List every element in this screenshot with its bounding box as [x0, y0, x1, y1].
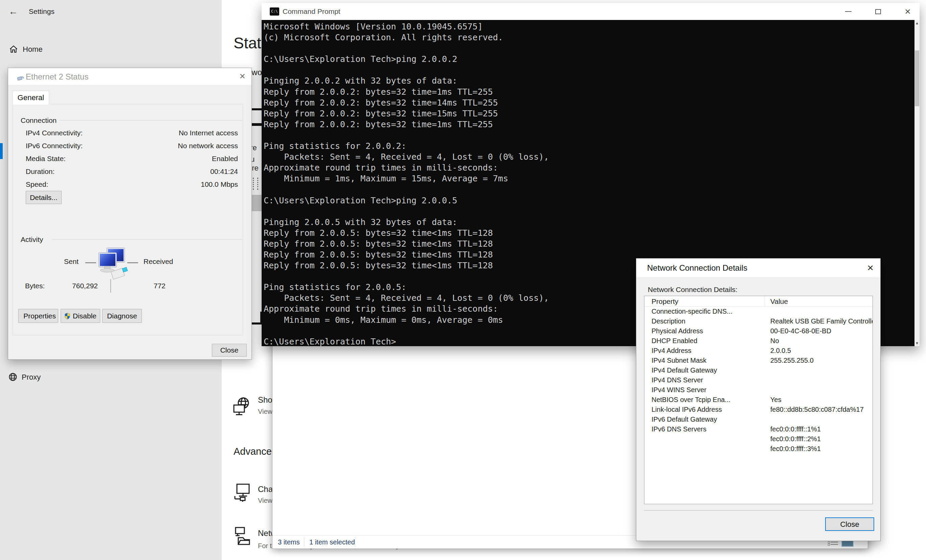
- table-row[interactable]: IPv6 Default Gateway: [645, 415, 873, 425]
- uac-shield-icon: [21, 313, 21, 319]
- dialog-titlebar[interactable]: Ethernet 2 Status ×: [8, 68, 251, 85]
- table-row[interactable]: IPv4 Address2.0.0.5: [645, 346, 873, 356]
- console-line: Ping statistics for 2.0.0.2:: [264, 141, 914, 152]
- row-value: No network access: [178, 142, 238, 150]
- home-icon: [9, 44, 18, 54]
- bytes-sent-value: 760,292: [56, 282, 98, 290]
- diagnose-button[interactable]: Diagnose: [102, 309, 142, 323]
- console-line: Reply from 2.0.0.2: bytes=32 time=15ms T…: [264, 109, 914, 120]
- table-row[interactable]: Connection-specific DNS...: [645, 307, 873, 317]
- connector-line: [85, 262, 96, 263]
- row-label: Speed:: [26, 180, 48, 188]
- back-icon[interactable]: ←: [9, 6, 18, 17]
- sidebar-item-home[interactable]: Home: [23, 45, 42, 54]
- properties-button[interactable]: Properties: [18, 309, 58, 323]
- scroll-down-icon[interactable]: ▼: [914, 340, 920, 346]
- selection-count: 1 item selected: [309, 538, 355, 546]
- focus-outline-fragment: [253, 178, 258, 190]
- table-body: Connection-specific DNS...DescriptionRea…: [645, 307, 873, 454]
- minimize-button[interactable]: [838, 3, 859, 20]
- received-label: Received: [144, 257, 173, 266]
- ethernet-status-dialog: Ethernet 2 Status × General Connection I…: [8, 68, 252, 360]
- row-value: 00:41:24: [210, 168, 238, 176]
- globe-icon: [8, 372, 18, 382]
- close-button[interactable]: ×: [897, 3, 918, 20]
- details-list-label: Network Connection Details:: [648, 286, 737, 294]
- row-label: Duration:: [26, 168, 54, 176]
- group-divider: [60, 120, 242, 121]
- console-line: Minimum = 1ms, Maximum = 15ms, Average =…: [264, 174, 914, 185]
- console-line: [264, 206, 914, 217]
- tab-general[interactable]: General: [12, 91, 49, 104]
- console-line: Pinging 2.0.0.2 with 32 bytes of data:: [264, 76, 914, 86]
- table-row[interactable]: NetBIOS over Tcpip Ena...Yes: [645, 395, 873, 405]
- sidebar-item-proxy[interactable]: Proxy: [22, 373, 41, 382]
- close-icon[interactable]: ×: [239, 70, 245, 82]
- table-row[interactable]: fec0:0:0:ffff::2%1: [645, 434, 873, 444]
- table-row[interactable]: DHCP EnabledNo: [645, 336, 873, 346]
- console-line: Pinging 2.0.0.5 with 32 bytes of data:: [264, 217, 914, 228]
- row-label: Media State:: [26, 154, 66, 163]
- console-line: [264, 185, 914, 195]
- uac-shield-icon: [64, 313, 70, 319]
- details-button[interactable]: Details...: [26, 191, 62, 204]
- table-row[interactable]: fec0:0:0:ffff::3%1: [645, 444, 873, 454]
- activity-group-label: Activity: [21, 236, 43, 244]
- status-separator: [304, 537, 304, 547]
- table-row[interactable]: Link-local IPv6 Addressfe80::dd8b:5c80:c…: [645, 405, 873, 415]
- disable-button[interactable]: Disable: [61, 309, 100, 323]
- console-line: Approximate round trip times in milli-se…: [264, 163, 914, 174]
- console-line: (c) Microsoft Corporation. All rights re…: [264, 32, 914, 43]
- maximize-button[interactable]: [867, 3, 888, 20]
- table-row[interactable]: IPv4 WINS Server: [645, 385, 873, 395]
- scroll-thumb[interactable]: [915, 50, 919, 106]
- row-value: 100.0 Mbps: [201, 180, 238, 188]
- row-value: No Internet access: [179, 129, 238, 137]
- scrollbar[interactable]: ▲ ▼: [914, 20, 920, 346]
- bytes-received-value: 772: [144, 282, 165, 290]
- ncd-close-button[interactable]: Close: [825, 518, 874, 531]
- row-label: IPv6 Connectivity:: [26, 142, 83, 150]
- row-value: Enabled: [212, 154, 238, 163]
- console-line: Reply from 2.0.0.2: bytes=32 time=1ms TT…: [264, 120, 914, 130]
- console-line: Packets: Sent = 4, Received = 4, Lost = …: [264, 152, 914, 163]
- console-line: [264, 43, 914, 54]
- cmd-icon: C:\: [270, 8, 279, 15]
- network-connection-details-dialog: Network Connection Details × Network Con…: [636, 258, 881, 541]
- table-row[interactable]: IPv4 Default Gateway: [645, 366, 873, 375]
- console-line: C:\Users\Exploration Tech>ping 2.0.0.5: [264, 195, 914, 206]
- console-line: [264, 130, 914, 141]
- console-line: Reply from 2.0.0.5: bytes=32 time<1ms TT…: [264, 228, 914, 239]
- console-line: [264, 65, 914, 76]
- property-column-header[interactable]: Property: [652, 297, 678, 306]
- close-icon[interactable]: ×: [867, 261, 873, 274]
- table-row[interactable]: IPv4 DNS Server: [645, 375, 873, 385]
- dialog-close-button[interactable]: Close: [212, 344, 247, 357]
- scroll-up-icon[interactable]: ▲: [914, 20, 920, 26]
- console-line: Microsoft Windows [Version 10.0.19045.65…: [264, 22, 914, 32]
- table-row[interactable]: IPv6 DNS Serversfec0:0:0:ffff::1%1: [645, 425, 873, 434]
- console-line: Reply from 2.0.0.2: bytes=32 time=14ms T…: [264, 98, 914, 109]
- connector-line: [127, 262, 138, 263]
- sidebar-selected-indicator: [0, 143, 3, 159]
- table-row[interactable]: Physical Address00-E0-4C-68-0E-BD: [645, 327, 873, 336]
- bytes-label: Bytes:: [25, 282, 45, 290]
- console-line: C:\Users\Exploration Tech>ping 2.0.0.2: [264, 54, 914, 65]
- value-column-header[interactable]: Value: [770, 297, 788, 306]
- row-label: IPv4 Connectivity:: [26, 129, 83, 137]
- dialog-titlebar[interactable]: Network Connection Details ×: [636, 259, 880, 277]
- available-networks-icon: [233, 397, 250, 416]
- console-line: Reply from 2.0.0.2: bytes=32 time=1ms TT…: [264, 87, 914, 98]
- table-row[interactable]: DescriptionRealtek USB GbE Family Contro…: [645, 317, 873, 327]
- sent-label: Sent: [64, 257, 79, 266]
- connection-group-label: Connection: [21, 117, 56, 124]
- ethernet-adapter-icon: [17, 76, 24, 81]
- table-header: Property Value: [645, 296, 873, 307]
- console-line: Reply from 2.0.0.5: bytes=32 time<1ms TT…: [264, 239, 914, 250]
- table-row[interactable]: IPv4 Subnet Mask255.255.255.0: [645, 356, 873, 366]
- dialog-title: Ethernet 2 Status: [26, 72, 88, 82]
- sharing-center-icon: [233, 527, 250, 545]
- adapter-options-icon: [233, 483, 250, 502]
- settings-app-title: Settings: [29, 8, 54, 15]
- cmd-titlebar[interactable]: C:\ Command Prompt ×: [262, 3, 920, 20]
